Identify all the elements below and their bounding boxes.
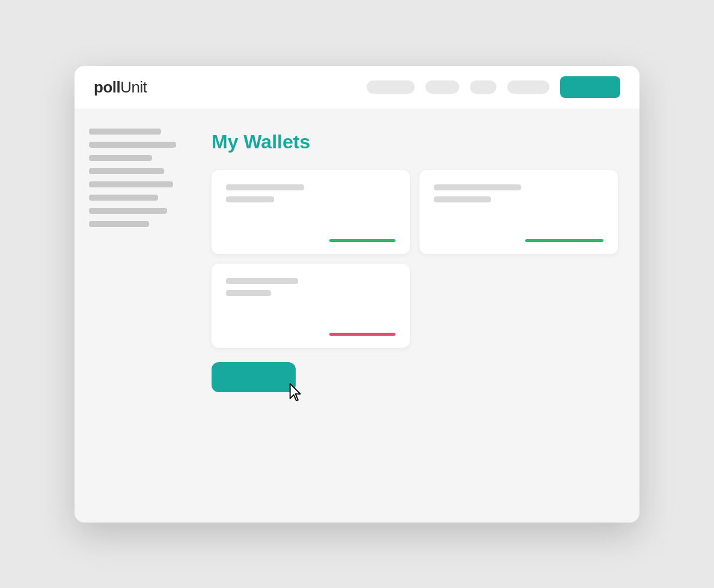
wallet-card-line-title bbox=[226, 184, 304, 190]
sidebar-item[interactable] bbox=[89, 181, 173, 187]
wallet-card-3[interactable] bbox=[212, 264, 410, 348]
wallet-card-indicator bbox=[329, 333, 395, 336]
nav-link-4[interactable] bbox=[507, 80, 549, 94]
nav-links bbox=[367, 76, 620, 98]
add-wallet-btn-container bbox=[212, 362, 296, 392]
sidebar-item[interactable] bbox=[89, 208, 167, 214]
sidebar-item[interactable] bbox=[89, 221, 149, 227]
nav-link-1[interactable] bbox=[367, 80, 415, 94]
nav-link-3[interactable] bbox=[470, 80, 496, 94]
wallet-card-2[interactable] bbox=[420, 170, 618, 254]
wallet-card-1[interactable] bbox=[212, 170, 410, 254]
add-wallet-area bbox=[212, 362, 618, 392]
cursor-icon bbox=[288, 383, 305, 403]
wallet-card-line-sub bbox=[226, 290, 271, 296]
nav-cta-button[interactable] bbox=[560, 76, 620, 98]
navbar: pollUnit bbox=[75, 66, 639, 109]
wallet-card-line-sub bbox=[434, 196, 491, 202]
add-wallet-button[interactable] bbox=[212, 362, 296, 392]
page-title: My Wallets bbox=[212, 131, 618, 153]
sidebar-item[interactable] bbox=[89, 168, 164, 174]
browser-window: pollUnit My Wallets bbox=[75, 66, 639, 523]
wallet-card-line-title bbox=[226, 278, 298, 284]
sidebar-item[interactable] bbox=[89, 129, 161, 135]
page-content: My Wallets bbox=[195, 109, 639, 523]
sidebar-item[interactable] bbox=[89, 195, 158, 201]
nav-link-2[interactable] bbox=[426, 80, 459, 94]
sidebar-item[interactable] bbox=[89, 155, 152, 161]
wallet-card-line-sub bbox=[226, 196, 274, 202]
logo-unit: Unit bbox=[120, 78, 147, 97]
wallet-card-indicator bbox=[329, 239, 395, 242]
wallet-card-indicator bbox=[525, 239, 603, 242]
sidebar-item[interactable] bbox=[89, 142, 176, 148]
logo-poll: poll bbox=[94, 78, 120, 97]
wallets-grid bbox=[212, 170, 618, 348]
wallet-card-line-title bbox=[434, 184, 521, 190]
main-content: My Wallets bbox=[75, 109, 639, 523]
sidebar bbox=[75, 109, 195, 523]
logo: pollUnit bbox=[94, 78, 147, 97]
